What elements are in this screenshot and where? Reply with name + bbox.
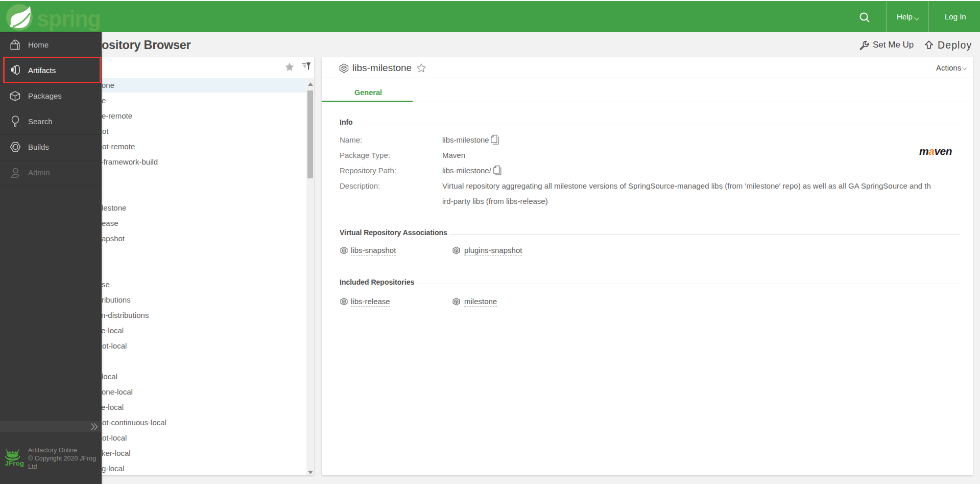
svg-text:JFrog: JFrog [5,459,25,467]
